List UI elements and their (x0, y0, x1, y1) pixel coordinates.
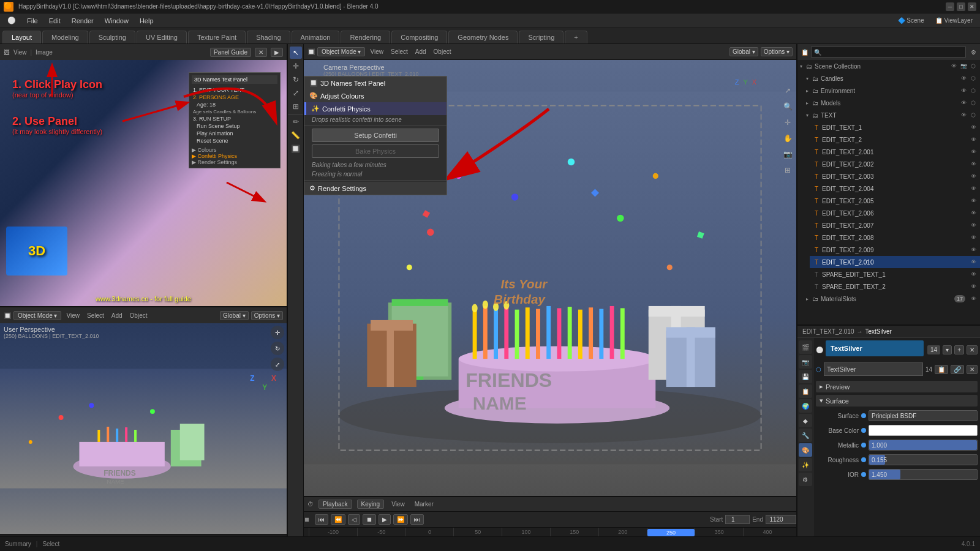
text-render-icon[interactable]: ⬡ (969, 111, 978, 119)
bl-object-btn[interactable]: Object (127, 312, 150, 319)
material-new-btn[interactable]: + (954, 345, 964, 354)
outliner-scene-collection[interactable]: ▾ 🗂 Scene Collection 👁 📷 ⬡ (797, 60, 980, 72)
outliner-models[interactable]: ▸ 🗂 Models 👁 ⬡ (804, 97, 980, 109)
outliner-text-collection[interactable]: ▾ 🗂 TEXT 👁 ⬡ (804, 109, 980, 121)
tab-compositing[interactable]: Compositing (391, 31, 447, 43)
ortho-icon[interactable]: ⊞ (782, 164, 794, 176)
mini-viewport[interactable]: FRIENDS NAME Z Y (0, 323, 287, 534)
menu-render[interactable]: Render (67, 16, 99, 26)
outliner-edit-text-2008[interactable]: T EDIT_TEXT_2.008 👁 (810, 231, 980, 244)
tl-play-reverse-btn[interactable]: ◁ (348, 514, 360, 525)
tutorial-image-btn[interactable]: Image (36, 49, 53, 56)
props-bc-material[interactable]: TextSilver (865, 328, 891, 335)
rotate-gizmo[interactable]: ↻ (271, 342, 284, 355)
tool-move[interactable]: ✛ (290, 60, 302, 72)
tl-skip-end-btn[interactable]: ⏭ (410, 514, 424, 525)
roughness-value-bar[interactable]: 0.155 (869, 454, 978, 465)
tab-uv-editing[interactable]: UV Editing (137, 31, 187, 43)
props-tab-world[interactable]: 🌍 (799, 399, 812, 413)
bl-view-btn[interactable]: View (64, 312, 82, 319)
minimize-btn[interactable]: ─ (946, 2, 954, 11)
props-tab-physics[interactable]: ⚙ (799, 473, 812, 486)
panel-guide-btn[interactable]: Panel Guide (210, 48, 251, 57)
outliner-edit-text-2010[interactable]: T EDIT_TEXT_2.010 👁 (810, 256, 980, 268)
scale-gizmo[interactable]: ⤢ (271, 358, 284, 371)
tab-texture-paint[interactable]: Texture Paint (188, 31, 246, 43)
menu-edit[interactable]: Edit (44, 16, 66, 26)
et2008-eye-icon[interactable]: 👁 (969, 233, 978, 242)
et2006-eye-icon[interactable]: 👁 (969, 209, 978, 217)
tl-marker-btn[interactable]: Marker (412, 501, 436, 508)
bl-options-btn[interactable]: Options ▾ (251, 311, 283, 320)
dropdown-adjust-colours[interactable]: 🎨 Adjust Colours (304, 89, 447, 102)
bake-physics-btn[interactable]: Bake Physics (312, 144, 439, 158)
et2003-eye-icon[interactable]: 👁 (969, 172, 978, 181)
active-material-bar[interactable]: TextSilver (826, 340, 924, 356)
move-gizmo[interactable]: ✛ (271, 326, 284, 339)
center-add-btn[interactable]: Add (413, 48, 429, 55)
outliner-edit-text-1[interactable]: T EDIT_TEXT_1 👁 (810, 121, 980, 133)
et2004-eye-icon[interactable]: 👁 (969, 184, 978, 193)
props-tab-scene[interactable]: 🎬 (799, 340, 812, 354)
props-tab-object[interactable]: ◆ (799, 414, 812, 427)
surface-type-value[interactable]: Principled BSDF (869, 410, 978, 421)
matslots-eye-icon[interactable]: 👁 (969, 294, 978, 303)
outliner-search[interactable] (811, 47, 966, 58)
zoom-icon[interactable]: 🔍 (782, 100, 794, 113)
tl-view-btn[interactable]: View (389, 501, 407, 508)
et2010-eye-icon[interactable]: 👁 (969, 258, 978, 266)
bl-select-btn[interactable]: Select (85, 312, 107, 319)
tab-layout[interactable]: Layout (2, 31, 41, 43)
bl-global-btn[interactable]: Global ▾ (220, 311, 249, 320)
tool-annotate[interactable]: ✏ (290, 116, 302, 128)
transform2-icon[interactable]: ✛ (782, 116, 794, 129)
pan-icon[interactable]: ✋ (782, 132, 794, 144)
outliner-candles[interactable]: ▾ 🗂 Candles 👁 ⬡ (804, 72, 980, 84)
tab-geometry-nodes[interactable]: Geometry Nodes (448, 31, 518, 43)
tool-measure[interactable]: 📏 (290, 129, 302, 141)
candles-eye-icon[interactable]: 👁 (959, 74, 968, 83)
render-icon[interactable]: ⬡ (969, 62, 978, 70)
tab-scripting[interactable]: Scripting (519, 31, 564, 43)
tab-rendering[interactable]: Rendering (341, 31, 390, 43)
bl-add-btn[interactable]: Add (109, 312, 125, 319)
eye-icon[interactable]: 👁 (949, 62, 958, 70)
material-browse-btn[interactable]: ▾ (943, 345, 952, 354)
dropdown-render-settings[interactable]: ⚙ Render Settings (304, 182, 447, 195)
camera2-icon[interactable]: 📷 (959, 62, 968, 70)
material-copy-btn[interactable]: 📋 (935, 365, 948, 374)
outliner-edit-text-2006[interactable]: T EDIT_TEXT_2.006 👁 (810, 207, 980, 219)
dropdown-3dnames-panel[interactable]: 🔲 3D Names Text Panel (304, 77, 447, 89)
tl-start-input[interactable] (725, 515, 750, 524)
play-btn[interactable]: ▶ (271, 48, 283, 57)
preview-section-header[interactable]: ▸ Preview (816, 381, 978, 392)
menu-file[interactable]: File (22, 16, 43, 26)
env-eye-icon[interactable]: 👁 (959, 86, 968, 95)
dropdown-confetti-physics[interactable]: ✨ Confetti Physics (304, 102, 447, 115)
tl-playback-btn[interactable]: Playback (318, 500, 352, 509)
et2-eye-icon[interactable]: 👁 (969, 135, 978, 144)
props-tab-render[interactable]: 📷 (799, 355, 812, 369)
center-global-btn[interactable]: Global ▾ (729, 47, 758, 56)
tab-sculpting[interactable]: Sculpting (89, 31, 135, 43)
candles-render-icon[interactable]: ⬡ (969, 74, 978, 83)
text-eye-icon[interactable]: 👁 (959, 111, 968, 119)
env-render-icon[interactable]: ⬡ (969, 86, 978, 95)
props-tab-output[interactable]: 💾 (799, 370, 812, 383)
camera-icon[interactable]: 📷 (782, 148, 794, 160)
outliner-edit-text-2001[interactable]: T EDIT_TEXT_2.001 👁 (810, 146, 980, 158)
menu-help[interactable]: Help (135, 16, 159, 26)
scene-selector[interactable]: 🔷 Scene (893, 17, 929, 24)
outliner-edit-text-2[interactable]: T EDIT_TEXT_2 👁 (810, 133, 980, 146)
status-select[interactable]: Select (42, 541, 59, 547)
outliner-material-slots[interactable]: ▸ 🗂 MaterialSlots 17 👁 (804, 293, 980, 305)
bl-object-mode-btn[interactable]: Object Mode ▾ (13, 311, 61, 320)
outliner-environment[interactable]: ▸ 🗂 Environment 👁 ⬡ (804, 84, 980, 97)
surface-section-header[interactable]: ▾ Surface (816, 395, 978, 407)
outliner-edit-text-2005[interactable]: T EDIT_TEXT_2.005 👁 (810, 195, 980, 207)
center-view-btn[interactable]: View (368, 48, 386, 55)
tl-skip-start-btn[interactable]: ⏮ (315, 514, 328, 525)
sp1-eye-icon[interactable]: 👁 (969, 270, 978, 279)
tool-scale[interactable]: ⤢ (290, 87, 302, 99)
outliner-filter-btn[interactable]: ⚙ (971, 49, 976, 56)
